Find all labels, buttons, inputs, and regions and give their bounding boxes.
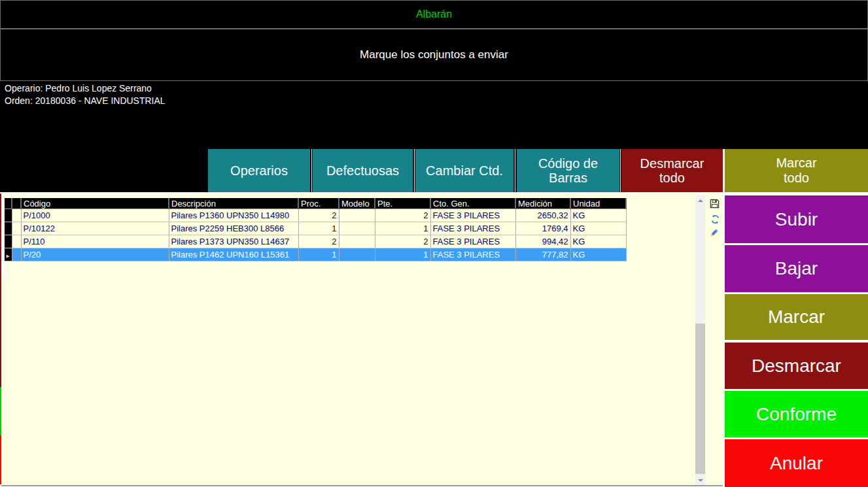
cell-medicion[interactable]: 1769,4 (515, 222, 570, 235)
conjuntos-grid: Código Descripción Proc. Modelo Pte. Cto… (5, 198, 627, 261)
cell-modelo[interactable] (339, 235, 375, 248)
title-panel: Albarán (0, 0, 868, 29)
edit-pencil-icon[interactable] (708, 227, 720, 239)
cell-pte[interactable]: 2 (375, 235, 430, 248)
conforme-button[interactable]: Conforme (725, 391, 868, 437)
column-header-pte: Pte. (375, 198, 430, 209)
row-indicator-cell: ▶ (5, 248, 12, 261)
anular-button[interactable]: Anular (725, 439, 868, 487)
column-header-proc: Proc. (298, 198, 339, 209)
table-row[interactable]: P/10122 Pilares P2259 HEB300 L8566 1 1 F… (5, 222, 626, 235)
marcar-todo-button[interactable]: Marcar todo (725, 149, 868, 192)
cell-cto-gen[interactable]: FASE 3 PILARES (430, 248, 515, 261)
mark-cell[interactable] (12, 222, 21, 235)
mark-cell[interactable] (12, 248, 21, 261)
column-header-medicion: Medición (515, 198, 570, 209)
cell-cto-gen[interactable]: FASE 3 PILARES (430, 222, 515, 235)
desmarcar-todo-label-line2: todo (659, 171, 685, 185)
cell-proc[interactable]: 2 (298, 235, 339, 248)
table-row[interactable]: P/1000 Pilares P1360 UPN350 L14980 2 2 F… (5, 209, 626, 222)
cell-pte[interactable]: 1 (375, 248, 430, 261)
cell-unidad[interactable]: KG (570, 209, 626, 222)
cell-cto-gen[interactable]: FASE 3 PILARES (430, 209, 515, 222)
side-button-column: Marcar todo Subir Bajar Marcar Desmarcar… (723, 149, 868, 487)
mark-cell[interactable] (12, 235, 21, 248)
cell-descripcion[interactable]: Pilares P1360 UPN350 L14980 (169, 209, 298, 222)
operator-line: Operario: Pedro Luis Lopez Serrano (5, 82, 165, 95)
toolbar-divider (311, 149, 312, 192)
row-indicator-header (5, 198, 12, 209)
instruction-text: Marque los conjuntos a enviar (360, 48, 508, 61)
albaran-window: Albarán Marque los conjuntos a enviar Op… (0, 0, 868, 487)
cell-unidad[interactable]: KG (570, 222, 626, 235)
toolbar-divider (414, 149, 415, 192)
codigo-barras-label-line1: Código de (538, 156, 598, 171)
desmarcar-button[interactable]: Desmarcar (725, 343, 868, 389)
desmarcar-todo-button[interactable]: Desmarcar todo (621, 149, 723, 192)
refresh-icon[interactable] (709, 213, 721, 225)
cell-medicion[interactable]: 2650,32 (515, 209, 570, 222)
marcar-button[interactable]: Marcar (725, 294, 868, 340)
codigo-barras-button[interactable]: Código de Barras (517, 149, 619, 192)
scroll-up-arrow-icon[interactable] (698, 199, 703, 202)
column-header-codigo: Código (21, 198, 169, 209)
cell-codigo[interactable]: P/20 (21, 248, 169, 261)
grid-panel-bottom-border (1, 485, 723, 486)
column-header-descripcion: Descripción (169, 198, 298, 209)
cell-codigo[interactable]: P/10122 (21, 222, 169, 235)
save-icon[interactable] (708, 197, 720, 209)
desmarcar-todo-label-line1: Desmarcar (640, 156, 704, 171)
cell-codigo[interactable]: P/1000 (21, 209, 169, 222)
row-indicator-cell (5, 209, 12, 222)
scroll-down-arrow-icon[interactable] (698, 479, 703, 482)
scrollbar-thumb[interactable] (695, 324, 705, 474)
mark-cell[interactable] (12, 209, 21, 222)
cell-pte[interactable]: 2 (375, 209, 430, 222)
marcar-todo-label-line2: todo (784, 171, 809, 186)
session-info: Operario: Pedro Luis Lopez Serrano Orden… (5, 82, 165, 107)
cell-unidad[interactable]: KG (570, 235, 626, 248)
row-indicator-cell (5, 235, 12, 248)
cell-descripcion[interactable]: Pilares P1373 UPN350 L14637 (169, 235, 298, 248)
cell-unidad[interactable]: KG (570, 248, 626, 261)
cell-codigo[interactable]: P/110 (21, 235, 169, 248)
operarios-button[interactable]: Operarios (208, 149, 310, 192)
subtitle-panel: Marque los conjuntos a enviar (0, 29, 868, 81)
cell-medicion[interactable]: 777,82 (515, 248, 570, 261)
toolbar-divider (620, 149, 621, 192)
table-row-selected[interactable]: ▶ P/20 Pilares P1462 UPN160 L15361 1 1 F… (5, 248, 626, 261)
column-header-modelo: Modelo (339, 198, 375, 209)
cambiar-ctd-button[interactable]: Cambiar Ctd. (415, 149, 513, 192)
toolbar-divider (515, 149, 515, 192)
cell-modelo[interactable] (339, 248, 375, 261)
cell-pte[interactable]: 1 (375, 222, 430, 235)
mark-column-header (12, 198, 21, 209)
window-title: Albarán (416, 8, 452, 20)
left-edge-strip-maroon (0, 193, 1, 387)
defectuosas-button[interactable]: Defectuosas (313, 149, 413, 192)
cell-modelo[interactable] (339, 209, 375, 222)
table-row[interactable]: P/110 Pilares P1373 UPN350 L14637 2 2 FA… (5, 235, 626, 248)
cell-descripcion[interactable]: Pilares P1462 UPN160 L15361 (169, 248, 298, 261)
subir-button[interactable]: Subir (725, 195, 868, 243)
marcar-todo-label-line1: Marcar (776, 156, 816, 171)
cell-proc[interactable]: 1 (298, 222, 339, 235)
left-edge-strip-red (0, 435, 1, 484)
order-line: Orden: 20180036 - NAVE INDUSTRIAL (5, 95, 165, 107)
vertical-scrollbar[interactable] (695, 195, 705, 485)
bajar-button[interactable]: Bajar (725, 245, 868, 292)
row-indicator-cell (5, 222, 12, 235)
column-header-unidad: Unidad (570, 198, 626, 209)
cell-descripcion[interactable]: Pilares P2259 HEB300 L8566 (169, 222, 298, 235)
cell-modelo[interactable] (339, 222, 375, 235)
column-header-cto-gen: Cto. Gen. (430, 198, 515, 209)
current-row-arrow-icon: ▶ (7, 254, 10, 258)
cell-cto-gen[interactable]: FASE 3 PILARES (430, 235, 515, 248)
codigo-barras-label-line2: Barras (549, 171, 587, 185)
left-edge-strip-green (0, 387, 1, 435)
cell-medicion[interactable]: 994,42 (515, 235, 570, 248)
cell-proc[interactable]: 1 (298, 248, 339, 261)
grid-header-row: Código Descripción Proc. Modelo Pte. Cto… (5, 198, 626, 209)
cell-proc[interactable]: 2 (298, 209, 339, 222)
